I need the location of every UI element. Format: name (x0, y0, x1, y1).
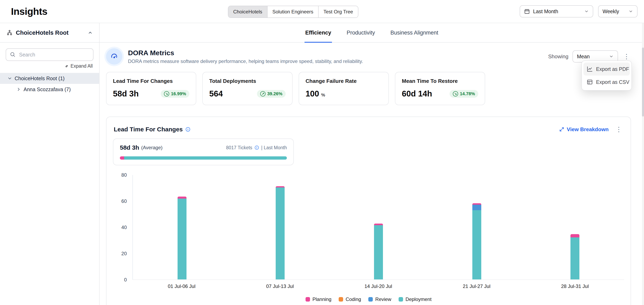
average-label: (Average) (141, 145, 162, 150)
scrollbar-track[interactable] (642, 23, 644, 305)
bar-07-jul-13-jul[interactable] (276, 175, 284, 280)
y-tick-label: 40 (121, 225, 127, 230)
phase-progress-bar (120, 156, 287, 160)
org-tab-choicehotels[interactable]: ChoiceHotels (228, 6, 268, 17)
x-axis-label: 07 Jul-13 Jul (266, 284, 294, 289)
chevron-up-icon[interactable] (88, 30, 93, 35)
legend-swatch (368, 297, 373, 302)
legend-swatch (398, 297, 403, 302)
chevron-down-icon (609, 54, 614, 59)
export-csv-label: Export as CSV (596, 79, 629, 85)
dora-description: DORA metrics measure software delivery p… (128, 58, 363, 64)
org-tree-icon (6, 30, 12, 36)
bar-segment-planning (178, 197, 186, 199)
expand-icon (559, 127, 564, 132)
progress-planning-segment (120, 156, 124, 160)
kebab-menu-icon[interactable]: ⋮ (614, 126, 623, 133)
sidebar-search (6, 48, 94, 61)
tab-productivity[interactable]: Productivity (346, 23, 376, 42)
insights-app: Insights ChoiceHotels Solution Engineers… (0, 0, 644, 305)
info-icon[interactable] (254, 145, 259, 150)
bar-segment-planning (570, 234, 580, 237)
tree-item-anna-scozzafava[interactable]: Anna Scozzafava (7) (0, 84, 99, 95)
main-content: Efficiency Productivity Business Alignme… (100, 23, 644, 305)
granularity-select-value: Weekly (602, 8, 619, 14)
view-breakdown-button[interactable]: View Breakdown (559, 126, 609, 133)
average-summary-card: 58d 3h (Average) 8017 Tickets | Last Mon… (113, 138, 294, 165)
bar-28-jul-31-jul[interactable] (570, 175, 580, 280)
card-change-failure-rate[interactable]: Change Failure Rate 100 % (299, 72, 389, 105)
legend-swatch (306, 297, 310, 302)
tab-business-alignment[interactable]: Business Alignment (390, 23, 439, 42)
expand-all-button[interactable]: Expand All (6, 63, 93, 69)
dora-metric-cards: Lead Time For Changes 58d 3h ↘ 16.99% To… (106, 72, 631, 105)
chevron-down-icon[interactable] (7, 76, 12, 81)
lead-time-chart-card: Lead Time For Changes View Breakdown ⋮ (106, 117, 631, 305)
card-unit: % (321, 92, 325, 98)
search-input[interactable] (6, 48, 94, 61)
aggregation-select-value: Mean (577, 54, 590, 59)
export-pdf-menu-item[interactable]: Export as PDF (584, 62, 630, 75)
y-tick-label: 0 (124, 277, 127, 283)
export-csv-menu-item[interactable]: Export as CSV (584, 75, 630, 88)
card-total-deployments[interactable]: Total Deployments 564 ↗ 39.26% (202, 72, 292, 105)
bar-segment-deployment (276, 187, 284, 280)
card-mean-time-to-restore[interactable]: Mean Time To Restore 60d 14h ↘ 14.78% (395, 72, 485, 105)
bar-14-jul-20-jul[interactable] (374, 175, 383, 280)
period-select[interactable]: Last Month (520, 5, 593, 17)
bar-01-jul-06-jul[interactable] (178, 175, 186, 280)
legend-item-coding[interactable]: Coding (339, 297, 361, 302)
chevron-down-icon (628, 9, 633, 13)
chart-section-title: Lead Time For Changes (114, 126, 190, 133)
legend-item-planning[interactable]: Planning (306, 297, 331, 302)
bar-segment-planning (374, 224, 383, 225)
card-lead-time-for-changes[interactable]: Lead Time For Changes 58d 3h ↘ 16.99% (106, 72, 196, 105)
tickets-count: 8017 Tickets (226, 145, 252, 150)
dora-metrics-header: DORA Metrics DORA metrics measure softwa… (106, 48, 631, 65)
trend-delta: 16.99% (171, 91, 186, 96)
topbar: Insights ChoiceHotels Solution Engineers… (0, 0, 644, 23)
trend-delta: 39.26% (267, 91, 282, 96)
card-value: 564 (209, 89, 223, 98)
org-tab-solution-engineers[interactable]: Solution Engineers (268, 6, 318, 17)
export-pdf-label: Export as PDF (596, 66, 629, 72)
legend-label: Review (375, 297, 391, 302)
tab-efficiency[interactable]: Efficiency (304, 23, 332, 42)
org-tree: ChoiceHotels Root (1) Anna Scozzafava (7… (0, 73, 99, 95)
trend-badge: ↗ 39.26% (257, 90, 286, 98)
sidebar-root-label: ChoiceHotels Root (16, 29, 68, 36)
x-axis-label: 21 Jul-27 Jul (463, 284, 490, 289)
chevron-down-icon (584, 9, 589, 13)
trend-down-icon: ↘ (164, 91, 169, 96)
granularity-select[interactable]: Weekly (598, 5, 638, 17)
info-icon[interactable] (185, 127, 190, 132)
trend-badge: ↘ 16.99% (161, 90, 189, 98)
chart-plot (132, 175, 624, 280)
chart-yticks: 020406080 (113, 175, 129, 280)
card-value: 58d 3h (113, 89, 139, 98)
scrollbar-thumb[interactable] (642, 47, 644, 117)
card-title: Total Deployments (209, 78, 286, 84)
export-dropdown-menu: Export as PDF Export as CSV (582, 60, 632, 91)
trend-up-icon: ↗ (260, 91, 266, 96)
org-toggle-group: ChoiceHotels Solution Engineers Test Org… (228, 6, 358, 18)
card-value: 60d 14h (402, 89, 432, 98)
legend-item-review[interactable]: Review (368, 297, 391, 302)
card-title: Lead Time For Changes (113, 78, 189, 84)
legend-swatch (339, 297, 343, 302)
legend-label: Deployment (406, 297, 432, 302)
org-tab-test-org-tree[interactable]: Test Org Tree (318, 6, 358, 17)
legend-item-deployment[interactable]: Deployment (398, 297, 432, 302)
page-layout: ChoiceHotels Root Expand All (0, 23, 644, 305)
legend-label: Planning (312, 297, 331, 302)
chart-legend: PlanningCodingReviewDeployment (113, 297, 624, 302)
showing-label: Showing (548, 53, 568, 60)
period-select-value: Last Month (533, 8, 558, 14)
kebab-menu-icon[interactable]: ⋮ (622, 53, 631, 60)
chevron-right-icon[interactable] (16, 87, 21, 92)
tree-item-choicehotels-root[interactable]: ChoiceHotels Root (1) (0, 73, 99, 84)
expand-diagonal-icon (64, 64, 69, 68)
trend-delta: 14.78% (460, 91, 475, 96)
bar-segment-review (472, 205, 481, 210)
bar-21-jul-27-jul[interactable] (472, 175, 481, 280)
